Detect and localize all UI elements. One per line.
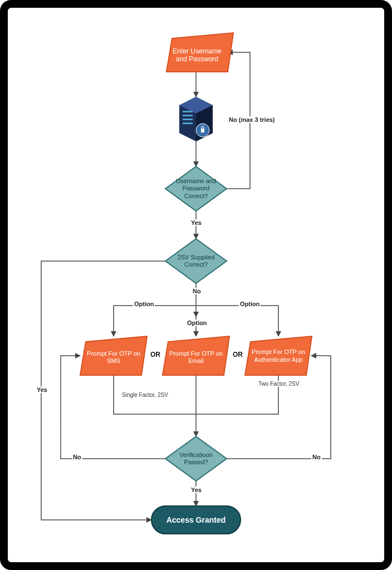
server-icon [179, 97, 213, 141]
edge-option-c: Option [186, 320, 208, 326]
svg-rect-13 [183, 122, 193, 124]
label-2sv: 2SV Supplied Correct? [171, 251, 221, 271]
edge-no-left: No [72, 454, 82, 460]
flowchart-canvas: Enter Username and Password Username and… [0, 0, 392, 570]
note-two-factor: Two Factor, 2SV [258, 381, 299, 387]
label-verify: Verificatioon Passed? [171, 449, 221, 468]
edge-no-right: No [311, 454, 322, 460]
svg-rect-15 [201, 129, 204, 132]
svg-rect-12 [183, 119, 193, 120]
diagram-svg [8, 8, 384, 562]
edge-no-2sv: No [192, 288, 202, 294]
svg-rect-11 [183, 115, 193, 116]
edge-yes1: Yes [190, 219, 203, 226]
label-otp-sms: Prompt For OTP on SMS [83, 343, 144, 371]
edge-option-r: Option [239, 301, 261, 307]
edge-no-retry: No (max 3 tries) [228, 116, 276, 123]
label-otp-email: Prompt For OTP on Email [165, 343, 227, 371]
label-check: Username and Password Correct? [171, 176, 221, 201]
or-2: OR [233, 351, 243, 358]
label-enter: Enter Username and Password [169, 41, 225, 69]
label-otp-app: Prompt For OTP on Authenticator App [248, 341, 309, 371]
edge-yes-2sv: Yes [36, 386, 48, 393]
edge-yes-verify: Yes [190, 487, 203, 493]
note-single-factor: Single Factor, 2SV [122, 392, 168, 398]
svg-rect-10 [183, 111, 193, 112]
or-1: OR [150, 351, 160, 358]
edge-option-l: Option [133, 301, 155, 307]
label-granted: Access Granted [151, 506, 241, 534]
